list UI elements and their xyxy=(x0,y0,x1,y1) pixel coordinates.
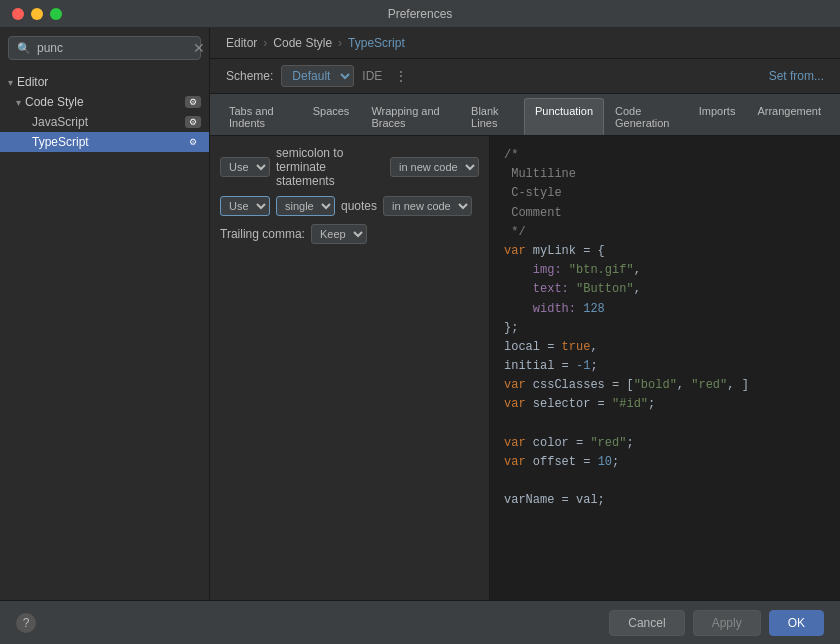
trailing-comma-select[interactable]: Keep xyxy=(311,224,367,244)
tabs-bar: Tabs and Indents Spaces Wrapping and Bra… xyxy=(210,94,840,136)
code-line: var color = "red"; xyxy=(504,434,826,453)
breadcrumb-code-style: Code Style xyxy=(273,36,332,50)
semicolon-scope-select[interactable]: in new code xyxy=(390,157,479,177)
selected-badge: ⚙ xyxy=(185,136,201,148)
semicolon-label: semicolon to terminate statements xyxy=(276,146,384,188)
search-input[interactable] xyxy=(37,41,187,55)
sidebar-item-label: JavaScript xyxy=(32,115,88,129)
tab-wrapping-and-braces[interactable]: Wrapping and Braces xyxy=(360,98,460,135)
code-line: }; xyxy=(504,319,826,338)
sidebar-item-editor[interactable]: ▾ Editor xyxy=(0,72,209,92)
code-line: initial = -1; xyxy=(504,357,826,376)
tab-imports[interactable]: Imports xyxy=(688,98,747,135)
main-layout: 🔍 ✕ ▾ Editor ▾ Code Style ⚙ JavaScript ⚙… xyxy=(0,28,840,600)
content-area: Editor › Code Style › TypeScript Scheme:… xyxy=(210,28,840,600)
scheme-select[interactable]: Default xyxy=(281,65,354,87)
code-line: var selector = "#id"; xyxy=(504,395,826,414)
tab-arrangement[interactable]: Arrangement xyxy=(746,98,832,135)
trailing-comma-row: Trailing comma: Keep xyxy=(220,224,479,244)
maximize-button[interactable] xyxy=(50,8,62,20)
breadcrumb-sep-1: › xyxy=(263,36,267,50)
tab-punctuation[interactable]: Punctuation xyxy=(524,98,604,135)
minimize-button[interactable] xyxy=(31,8,43,20)
quotes-setting-row: Use single quotes in new code xyxy=(220,196,479,216)
close-button[interactable] xyxy=(12,8,24,20)
code-line xyxy=(504,472,826,491)
breadcrumb-sep-2: › xyxy=(338,36,342,50)
code-line: var offset = 10; xyxy=(504,453,826,472)
ok-button[interactable]: OK xyxy=(769,610,824,636)
sidebar-item-label: Code Style xyxy=(25,95,84,109)
tab-tabs-and-indents[interactable]: Tabs and Indents xyxy=(218,98,302,135)
tab-spaces[interactable]: Spaces xyxy=(302,98,361,135)
breadcrumb-editor: Editor xyxy=(226,36,257,50)
code-line: var myLink = { xyxy=(504,242,826,261)
apply-button[interactable]: Apply xyxy=(693,610,761,636)
sidebar-tree: ▾ Editor ▾ Code Style ⚙ JavaScript ⚙ Typ… xyxy=(0,68,209,600)
breadcrumb: Editor › Code Style › TypeScript xyxy=(210,28,840,59)
code-line: varName = val; xyxy=(504,491,826,510)
code-line: Comment xyxy=(504,204,826,223)
scheme-ide-label: IDE xyxy=(362,69,382,83)
set-from-link[interactable]: Set from... xyxy=(769,69,824,83)
code-line: Multiline xyxy=(504,165,826,184)
search-icon: 🔍 xyxy=(17,42,31,55)
scheme-menu-icon[interactable]: ⋮ xyxy=(394,68,408,84)
semicolon-setting-row: Use semicolon to terminate statements in… xyxy=(220,146,479,188)
code-preview-panel: /* Multiline C-style Comment */ var myLi… xyxy=(490,136,840,600)
code-line: /* xyxy=(504,146,826,165)
code-line: width: 128 xyxy=(504,300,826,319)
modified-badge: ⚙ xyxy=(185,96,201,108)
collapse-icon: ▾ xyxy=(8,77,13,88)
clear-search-icon[interactable]: ✕ xyxy=(193,41,205,55)
modified-badge: ⚙ xyxy=(185,116,201,128)
quotes-use-select[interactable]: Use xyxy=(220,196,270,216)
cancel-button[interactable]: Cancel xyxy=(609,610,684,636)
tab-code-generation[interactable]: Code Generation xyxy=(604,98,688,135)
sidebar-item-typescript[interactable]: TypeScript ⚙ xyxy=(0,132,209,152)
scheme-label: Scheme: xyxy=(226,69,273,83)
footer-right: Cancel Apply OK xyxy=(609,610,824,636)
collapse-icon: ▾ xyxy=(16,97,21,108)
code-line: img: "btn.gif", xyxy=(504,261,826,280)
trailing-comma-label: Trailing comma: xyxy=(220,227,305,241)
footer-left: ? xyxy=(16,613,36,633)
help-button[interactable]: ? xyxy=(16,613,36,633)
footer: ? Cancel Apply OK xyxy=(0,600,840,644)
code-line: C-style xyxy=(504,184,826,203)
sidebar-item-label: TypeScript xyxy=(32,135,89,149)
settings-panel: Use semicolon to terminate statements in… xyxy=(210,136,490,600)
sidebar-item-label: Editor xyxy=(17,75,48,89)
window-title: Preferences xyxy=(388,7,453,21)
search-box[interactable]: 🔍 ✕ xyxy=(8,36,201,60)
sidebar: 🔍 ✕ ▾ Editor ▾ Code Style ⚙ JavaScript ⚙… xyxy=(0,28,210,600)
quotes-scope-select[interactable]: in new code xyxy=(383,196,472,216)
quotes-label: quotes xyxy=(341,199,377,213)
quotes-type-select[interactable]: single xyxy=(276,196,335,216)
scheme-bar: Scheme: Default IDE ⋮ Set from... xyxy=(210,59,840,94)
code-line: local = true, xyxy=(504,338,826,357)
window-controls[interactable] xyxy=(12,8,62,20)
settings-preview: Use semicolon to terminate statements in… xyxy=(210,136,840,600)
title-bar: Preferences xyxy=(0,0,840,28)
sidebar-item-javascript[interactable]: JavaScript ⚙ xyxy=(0,112,209,132)
code-line: */ xyxy=(504,223,826,242)
sidebar-item-code-style[interactable]: ▾ Code Style ⚙ xyxy=(0,92,209,112)
semicolon-use-select[interactable]: Use xyxy=(220,157,270,177)
tab-blank-lines[interactable]: Blank Lines xyxy=(460,98,524,135)
breadcrumb-typescript: TypeScript xyxy=(348,36,405,50)
code-line: var cssClasses = ["bold", "red", ] xyxy=(504,376,826,395)
code-line: text: "Button", xyxy=(504,280,826,299)
code-line xyxy=(504,415,826,434)
